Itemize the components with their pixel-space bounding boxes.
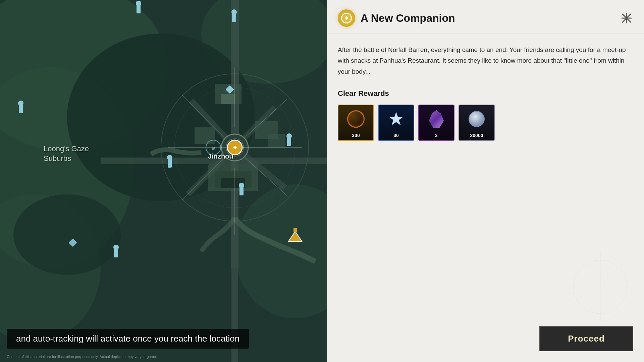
reward-count-2: 30 — [393, 133, 399, 138]
reward-icon-area-3 — [419, 105, 454, 133]
reward-icon-area-1 — [338, 105, 373, 133]
shell-icon — [469, 111, 485, 127]
svg-point-40 — [113, 245, 119, 250]
reward-icon-area-2 — [379, 105, 414, 133]
svg-point-36 — [167, 155, 172, 160]
disclaimer-text: Content of this material are for illustr… — [7, 355, 157, 359]
svg-rect-21 — [195, 127, 215, 144]
crystal-icon — [429, 110, 444, 128]
reward-item-2: 30 — [378, 105, 414, 141]
svg-rect-23 — [268, 134, 285, 147]
subtitle-text: and auto-tracking will activate once you… — [7, 329, 249, 349]
svg-point-42 — [239, 183, 244, 188]
svg-text:✦: ✦ — [232, 144, 237, 151]
rewards-grid: 300 30 3 — [338, 105, 633, 141]
svg-rect-20 — [221, 94, 235, 104]
quest-icon-inner: ✦ — [341, 13, 352, 23]
reward-item-1: 300 — [338, 105, 374, 141]
close-button[interactable] — [620, 11, 633, 25]
map-section: ✦ ⊕ Loong's Gaze Suburbs Jinzhou and aut… — [0, 0, 327, 362]
reward-count-4: 20000 — [470, 133, 483, 138]
panel-title: A New Companion — [361, 12, 614, 24]
quest-icon-star: ✦ — [344, 15, 350, 21]
location-label: Loong's Gaze Suburbs — [44, 144, 89, 163]
reward-item-4: 20000 — [459, 105, 495, 141]
quest-description: After the battle of Norfall Barren, ever… — [338, 45, 633, 77]
star-icon — [388, 111, 404, 127]
city-label: Jinzhou — [208, 153, 233, 160]
subtitle-bar: and auto-tracking will activate once you… — [0, 329, 327, 349]
quest-panel: ✦ A New Companion After the battle of No… — [327, 0, 644, 362]
rewards-title: Clear Rewards — [338, 89, 633, 98]
svg-rect-46 — [293, 228, 297, 232]
panel-content: After the battle of Norfall Barren, ever… — [327, 34, 644, 319]
panel-header: ✦ A New Companion — [327, 0, 644, 34]
svg-point-7 — [13, 194, 121, 275]
svg-text:⊕: ⊕ — [211, 145, 215, 151]
ring-icon — [347, 110, 365, 128]
reward-count-3: 3 — [435, 133, 438, 138]
reward-count-1: 300 — [352, 133, 360, 138]
svg-point-38 — [286, 133, 292, 139]
quest-icon: ✦ — [338, 9, 355, 27]
proceed-button[interactable]: Proceed — [539, 326, 633, 351]
reward-icon-area-4 — [459, 105, 494, 133]
reward-item-3: 3 — [418, 105, 454, 141]
svg-point-30 — [136, 1, 141, 6]
close-icon — [621, 13, 632, 23]
svg-point-32 — [231, 9, 237, 15]
panel-footer: Proceed — [327, 319, 644, 362]
svg-point-34 — [18, 101, 23, 106]
